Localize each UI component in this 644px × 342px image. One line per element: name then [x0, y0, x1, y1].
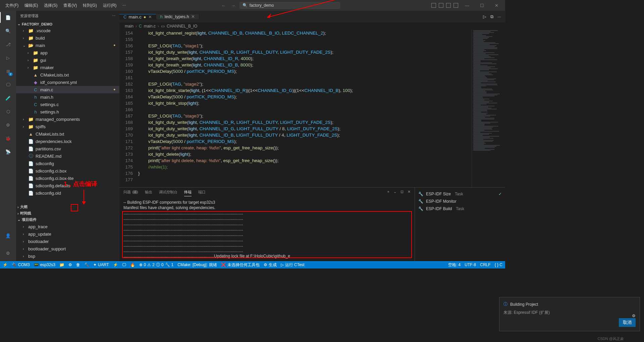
maximize-icon[interactable]: ☐ [476, 3, 488, 8]
tab-problems[interactable]: 问题4 [123, 190, 138, 196]
panel-plus-icon[interactable]: + [387, 190, 389, 196]
status-config-icon[interactable]: ⚙ [68, 262, 72, 267]
breadcrumb[interactable]: main› Cmain.c› ▭CHANNEL_B_IO [119, 22, 505, 30]
status-spaces[interactable]: 空格: 4 [448, 262, 461, 268]
status-port[interactable]: 🔌 COM3 [12, 262, 30, 267]
component-app_trace[interactable]: ›app_trace [16, 223, 119, 230]
section-时间线[interactable]: ›时间线 [16, 210, 119, 216]
tab-ports[interactable]: 端口 [198, 190, 206, 196]
status-monitor-icon[interactable]: 🖵 [122, 262, 126, 267]
status-build-icon[interactable]: 🔨 [84, 262, 89, 267]
status-run-ctest[interactable]: ▷ 运行 CTest [281, 262, 305, 268]
layout-icon-3[interactable] [446, 3, 451, 8]
tree-item-main-h[interactable]: hmain.h [16, 93, 119, 101]
section-项目组件[interactable]: ⌄项目组件 [16, 216, 119, 223]
nav-forward-icon[interactable]: → [230, 3, 237, 8]
tree-item-settings-c[interactable]: Csettings.c [16, 101, 119, 108]
explorer-more-icon[interactable]: ··· [112, 13, 115, 18]
tab-ledc_types-h[interactable]: hledc_types.h✕ [156, 14, 199, 19]
tree-item-sdkconfig-ci-box-lite[interactable]: 📄sdkconfig.ci.box-lite [16, 175, 119, 182]
layout-icon-2[interactable] [439, 3, 443, 8]
split-icon[interactable]: ⧉ [490, 14, 493, 19]
status-eol[interactable]: CRLF [480, 262, 490, 268]
tree-item-idf_component-yml[interactable]: ◆idf_component.yml [16, 79, 119, 86]
tree-item-settings-h[interactable]: hsettings.h [16, 108, 119, 115]
debug-icon[interactable]: ▷ [4, 54, 12, 62]
tree-item-main[interactable]: ⌄📂main• [16, 42, 119, 49]
minimap[interactable] [472, 30, 505, 187]
settings-icon[interactable]: ⚙ [4, 249, 12, 257]
tab-terminal[interactable]: 终端 [184, 190, 192, 196]
tree-item-CMakeLists-txt[interactable]: ▲CMakeLists.txt [16, 71, 119, 79]
status-trash-icon[interactable]: 🗑 [76, 262, 80, 267]
status-problems[interactable]: ⊗0 ⚠2 ⓘ0 🔧1 [139, 262, 174, 268]
scm-icon[interactable]: ⎇ [4, 40, 12, 48]
extensions-icon[interactable]: ⊞2 [4, 67, 12, 75]
rss-icon[interactable]: 📡 [4, 148, 12, 156]
layout-icon-1[interactable] [431, 3, 436, 8]
panel-close-icon[interactable]: ✕ [408, 190, 411, 196]
ai-icon[interactable]: ⬡ [4, 107, 12, 115]
tree-item-gui[interactable]: ›📁gui [16, 56, 119, 64]
espressif-icon[interactable]: ⚙ [4, 121, 12, 129]
status-nokit[interactable]: ❌ 未选择任何工具包 [221, 262, 260, 268]
bug-icon[interactable]: 🐞 [4, 134, 12, 142]
task-ESP-IDF-Build[interactable]: 🔧ESP-IDF BuildTask [418, 205, 502, 212]
account-icon[interactable]: 👤 [4, 232, 12, 240]
menu-run[interactable]: 运行(R) [100, 1, 119, 10]
menu-view[interactable]: 查看(V) [61, 1, 79, 10]
menu-file[interactable]: 文件(F) [3, 1, 21, 10]
status-encoding[interactable]: UTF-8 [465, 262, 476, 268]
project-root[interactable]: ⌄ FACTORY_DEMO [16, 21, 119, 27]
tree-item--vscode[interactable]: ›📁.vscode [16, 27, 119, 34]
component-app_update[interactable]: ›app_update [16, 230, 119, 238]
status-chip[interactable]: 📟 esp32s3 [34, 262, 55, 267]
tab-main-c[interactable]: Cmain.c●✕ [119, 14, 156, 19]
tree-item-sdkconfig[interactable]: 📄sdkconfig [16, 160, 119, 167]
code-editor[interactable]: 1541551561571581591601611621631641651661… [119, 30, 505, 187]
tab-more-icon[interactable]: ··· [497, 14, 501, 19]
menu-edit[interactable]: 编辑(E) [22, 1, 41, 10]
layout-icon-4[interactable] [453, 3, 458, 8]
tree-item-rmaker[interactable]: ›📁rmaker [16, 64, 119, 71]
terminal-output[interactable]: -- Building ESP-IDF components for targe… [119, 198, 415, 261]
task-ESP-IDF-Size[interactable]: 🔧ESP-IDF SizeTask✓ [418, 190, 502, 198]
section-大纲[interactable]: ›大纲 [16, 204, 119, 210]
tree-item-CMakeLists-txt[interactable]: ▲CMakeLists.txt [16, 130, 119, 138]
panel-dropdown-icon[interactable]: ⌄ [393, 190, 396, 196]
status-fire-icon[interactable]: 🔥 [130, 262, 135, 267]
tree-item-spiffs[interactable]: ›📁spiffs [16, 123, 119, 130]
tree-item-managed_components[interactable]: ›📁managed_components [16, 115, 119, 123]
tree-item-sdkconfig-ci-box[interactable]: 📄sdkconfig.ci.box [16, 167, 119, 175]
tree-item-dependencies-lock[interactable]: 📄dependencies.lock [16, 138, 119, 145]
tree-item-app[interactable]: ›📁app [16, 49, 119, 56]
status-build[interactable]: ⚙ 生成 [264, 262, 277, 268]
tree-item-README-md[interactable]: ⓘREADME.md [16, 152, 119, 160]
tab-output[interactable]: 输出 [145, 190, 152, 196]
panel-maximize-icon[interactable]: ⊡ [400, 190, 404, 196]
minimize-icon[interactable]: — [461, 3, 473, 8]
command-center[interactable]: 🔍 factory_demo [239, 2, 340, 9]
tree-item-build[interactable]: ›📁build [16, 34, 119, 42]
task-ESP-IDF-Monitor[interactable]: 🔧ESP-IDF Monitor [418, 198, 502, 205]
menu-more[interactable]: ··· [120, 1, 128, 10]
status-flash-icon[interactable]: ⚡ [113, 262, 118, 267]
status-lang[interactable]: { } C [495, 262, 502, 268]
run-icon[interactable]: ▷ [483, 14, 486, 19]
menu-select[interactable]: 选择(S) [41, 1, 60, 10]
status-folder-icon[interactable]: 📁 [59, 262, 64, 267]
status-uart[interactable]: ✦ UART [93, 262, 109, 267]
tree-item-sdkconfig-defaults[interactable]: 📄sdkconfig.defaults [16, 182, 119, 189]
test-icon[interactable]: 🧪 [4, 94, 12, 102]
close-icon[interactable]: ✕ [491, 3, 502, 8]
remote-icon[interactable]: 🖵 [4, 81, 12, 89]
tree-item-partitions-csv[interactable]: 📄partitions.csv [16, 145, 119, 152]
tree-item-sdkconfig-old[interactable]: 📄sdkconfig.old [16, 189, 119, 197]
tree-item-main-c[interactable]: Cmain.c• [16, 86, 119, 93]
component-bootloader[interactable]: ›bootloader [16, 238, 119, 245]
status-remote[interactable]: ⚡ [3, 262, 8, 267]
status-cmake[interactable]: CMake: [Debug]: 就绪 [177, 262, 217, 268]
search-activity-icon[interactable]: 🔍 [4, 27, 12, 35]
explorer-icon[interactable]: 📄 [4, 13, 12, 21]
tab-debug-console[interactable]: 调试控制台 [159, 190, 177, 196]
